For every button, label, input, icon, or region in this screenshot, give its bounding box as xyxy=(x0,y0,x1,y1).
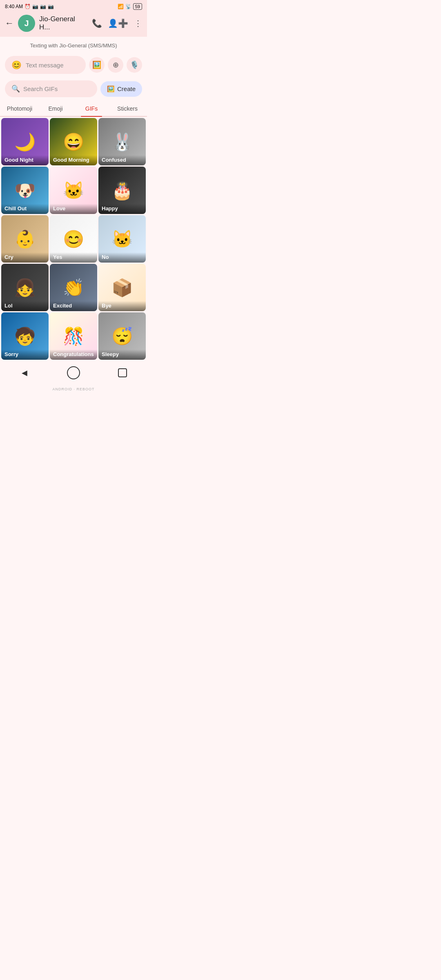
gif-cell-good-morning[interactable]: 😄 Good Morning xyxy=(50,118,97,165)
home-nav-button[interactable] xyxy=(66,365,81,381)
signal-icon: 📶 xyxy=(118,4,124,9)
recent-square-icon xyxy=(118,368,127,377)
gif-emoji-congratulations: 🎊 xyxy=(63,326,84,346)
gif-emoji-sorry: 🧒 xyxy=(14,326,36,346)
gif-emoji-sleepy: 😴 xyxy=(111,326,133,346)
instagram-icon3: 📷 xyxy=(48,4,54,9)
wifi-icon: 📡 xyxy=(125,4,131,9)
gif-emoji-chill-out: 🐶 xyxy=(14,180,36,200)
gif-cell-lol[interactable]: 👧 Lol xyxy=(1,264,49,311)
add-button[interactable]: ⊕ xyxy=(108,57,123,73)
more-options-icon[interactable]: ⋮ xyxy=(134,18,142,28)
gif-emoji-good-morning: 😄 xyxy=(63,132,84,152)
gif-emoji-no: 🐱 xyxy=(111,229,133,249)
search-placeholder: Search GIFs xyxy=(23,85,58,92)
time-text: 8:40 AM xyxy=(5,4,23,9)
brand-text: ANDROID · REBOOT xyxy=(52,387,94,391)
gif-cell-excited[interactable]: 👏 Excited xyxy=(50,264,97,311)
voice-button[interactable]: 🎙️ xyxy=(127,57,142,73)
gif-label-good-morning: Good Morning xyxy=(50,155,97,165)
gif-cell-sorry[interactable]: 🧒 Sorry xyxy=(1,312,49,360)
gif-label-good-night: Good Night xyxy=(1,155,49,165)
gif-label-happy: Happy xyxy=(98,204,146,214)
status-bar: 8:40 AM ⏰ 📷 📷 📷 📶 📡 59 xyxy=(0,0,147,11)
gif-label-sorry: Sorry xyxy=(1,350,49,360)
search-icon: 🔍 xyxy=(11,85,20,93)
gif-cell-happy[interactable]: 🎂 Happy xyxy=(98,167,146,214)
texting-info: Texting with Jio-General (SMS/MMS) xyxy=(0,37,147,53)
search-row: 🔍 Search GIFs 🖼️ Create xyxy=(0,77,147,101)
create-icon: 🖼️ xyxy=(107,85,115,93)
avatar: J xyxy=(18,15,35,32)
alarm-icon: ⏰ xyxy=(24,4,31,9)
create-label: Create xyxy=(117,85,136,92)
gif-emoji-lol: 👧 xyxy=(14,278,36,298)
add-contact-icon[interactable]: 👤➕ xyxy=(108,18,128,28)
header-actions: 📞 👤➕ ⋮ xyxy=(92,18,142,28)
gif-emoji-confused: 🐰 xyxy=(111,132,133,152)
gif-label-confused: Confused xyxy=(98,155,146,165)
gif-grid: 🌙 Good Night 😄 Good Morning 🐰 Confused 🐶… xyxy=(0,117,147,361)
bottom-nav: ◀ xyxy=(0,361,147,386)
gif-label-love: Love xyxy=(50,204,97,214)
tabs-bar: Photomoji Emoji GIFs Stickers xyxy=(0,101,147,117)
gif-emoji-happy: 🎂 xyxy=(111,180,133,200)
gif-emoji-cry: 👶 xyxy=(14,229,36,249)
gif-emoji-bye: 📦 xyxy=(111,278,133,298)
gif-label-sleepy: Sleepy xyxy=(98,350,146,360)
gif-cell-yes[interactable]: 😊 Yes xyxy=(50,215,97,263)
status-time: 8:40 AM ⏰ 📷 📷 📷 xyxy=(5,4,54,9)
tab-photomoji[interactable]: Photomoji xyxy=(2,101,38,116)
home-circle-icon xyxy=(67,366,80,379)
search-box[interactable]: 🔍 Search GIFs xyxy=(5,80,97,97)
brand-footer: ANDROID · REBOOT xyxy=(0,386,147,394)
gif-cell-confused[interactable]: 🐰 Confused xyxy=(98,118,146,165)
gif-label-cry: Cry xyxy=(1,252,49,263)
message-input-box[interactable]: 😊 Text message xyxy=(5,56,86,74)
gif-label-excited: Excited xyxy=(50,301,97,311)
header: ← J Jio-General H... 📞 👤➕ ⋮ xyxy=(0,11,147,37)
gif-emoji-love: 🐱 xyxy=(63,180,84,200)
instagram-icon: 📷 xyxy=(32,4,38,9)
tab-gifs[interactable]: GIFs xyxy=(74,101,109,116)
tab-stickers[interactable]: Stickers xyxy=(109,101,145,116)
instagram-icon2: 📷 xyxy=(40,4,46,9)
contact-name: Jio-General H... xyxy=(39,15,88,31)
message-input-row: 😊 Text message 🖼️ ⊕ 🎙️ xyxy=(0,53,147,77)
gif-cell-bye[interactable]: 📦 Bye xyxy=(98,264,146,311)
emoji-icon[interactable]: 😊 xyxy=(11,60,22,70)
gif-cell-good-night[interactable]: 🌙 Good Night xyxy=(1,118,49,165)
texting-info-text: Texting with Jio-General (SMS/MMS) xyxy=(30,42,117,49)
recent-nav-button[interactable] xyxy=(115,365,130,381)
gif-cell-congratulations[interactable]: 🎊 Congratulations xyxy=(50,312,97,360)
battery-text: 59 xyxy=(133,3,142,10)
gif-emoji-yes: 😊 xyxy=(63,229,84,249)
gif-cell-chill-out[interactable]: 🐶 Chill Out xyxy=(1,167,49,214)
gif-label-chill-out: Chill Out xyxy=(1,204,49,214)
back-nav-button[interactable]: ◀ xyxy=(17,365,32,381)
call-icon[interactable]: 📞 xyxy=(92,18,102,28)
gif-emoji-good-night: 🌙 xyxy=(14,132,36,152)
gif-cell-love[interactable]: 🐱 Love xyxy=(50,167,97,214)
gif-label-congratulations: Congratulations xyxy=(50,350,97,360)
gif-emoji-excited: 👏 xyxy=(63,278,84,298)
gif-cell-sleepy[interactable]: 😴 Sleepy xyxy=(98,312,146,360)
gif-label-lol: Lol xyxy=(1,301,49,311)
gif-label-yes: Yes xyxy=(50,252,97,263)
gif-cell-no[interactable]: 🐱 No xyxy=(98,215,146,263)
gif-label-bye: Bye xyxy=(98,301,146,311)
create-button[interactable]: 🖼️ Create xyxy=(100,81,142,97)
back-button[interactable]: ← xyxy=(5,18,14,29)
status-icons: 📶 📡 59 xyxy=(118,3,142,10)
back-triangle-icon: ◀ xyxy=(22,368,27,377)
tab-emoji[interactable]: Emoji xyxy=(38,101,74,116)
media-attach-button[interactable]: 🖼️ xyxy=(89,57,105,73)
message-placeholder: Text message xyxy=(26,62,79,69)
gif-label-no: No xyxy=(98,252,146,263)
gif-cell-cry[interactable]: 👶 Cry xyxy=(1,215,49,263)
